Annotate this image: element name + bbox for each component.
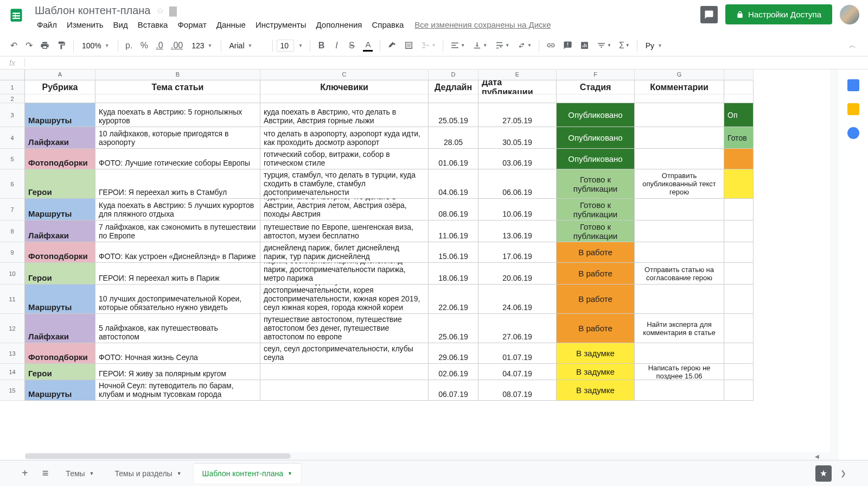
row-header-8[interactable]: 8	[0, 220, 25, 242]
chart-button[interactable]	[577, 39, 592, 52]
keywords-cell[interactable]: париж, бесплатный париж, диснейлэнд пари…	[260, 263, 429, 285]
comment-cell[interactable]	[635, 199, 724, 220]
add-sheet-button[interactable]: +	[16, 464, 34, 483]
cell[interactable]	[429, 94, 478, 103]
stage-cell[interactable]: Опубликовано	[557, 149, 635, 169]
row-header-6[interactable]: 6	[0, 169, 25, 199]
stage-cell[interactable]: Готово к публикации	[557, 169, 635, 199]
rubric-cell[interactable]: Лайфхаки	[25, 314, 95, 343]
collapse-toolbar-button[interactable]: ︿	[844, 39, 861, 53]
save-status[interactable]: Все изменения сохранены на Диске	[414, 20, 551, 29]
topic-cell[interactable]: Куда поехать в Австрию: 5 горнолыжных ку…	[95, 103, 260, 127]
menu-справка[interactable]: Справка	[367, 18, 408, 31]
rubric-cell[interactable]: Маршруты	[25, 380, 95, 401]
text-color-button[interactable]: A	[360, 37, 376, 54]
row-header-12[interactable]: 12	[0, 314, 25, 343]
font-size-select[interactable]: 10	[277, 40, 294, 52]
row-header-9[interactable]: 9	[0, 242, 25, 263]
col-header-B[interactable]: B	[95, 70, 260, 80]
corner-cell[interactable]	[0, 70, 25, 80]
topic-cell[interactable]: 10 лучших достопримечательной Кореи, кот…	[95, 285, 260, 314]
cell[interactable]	[557, 94, 635, 103]
functions-button[interactable]: Σ▼	[616, 39, 633, 53]
pubdate-cell[interactable]: 10.06.19	[478, 199, 557, 220]
keywords-cell[interactable]: путешествие по Европе, шенгенская виза, …	[260, 220, 429, 242]
cell[interactable]	[635, 94, 724, 103]
rubric-cell[interactable]: Герои	[25, 364, 95, 380]
extra-cell[interactable]	[724, 199, 754, 220]
rubric-cell[interactable]: Фотоподборки	[25, 343, 95, 364]
col-header-C[interactable]: C	[260, 70, 429, 80]
pubdate-cell[interactable]: 20.06.19	[478, 263, 557, 285]
row-header-3[interactable]: 3	[0, 103, 25, 127]
pubdate-cell[interactable]: 24.06.19	[478, 285, 557, 314]
comment-cell[interactable]	[635, 380, 724, 401]
menu-вставка[interactable]: Вставка	[133, 18, 173, 31]
extra-cell[interactable]: Оп	[724, 103, 754, 127]
comment-cell[interactable]	[635, 149, 724, 169]
keywords-cell[interactable]: куда поехать в Австрию, что делать в Авс…	[260, 103, 429, 127]
comment-cell[interactable]: Отправить опубликованный текст герою	[635, 169, 724, 199]
star-icon[interactable]: ☆	[156, 5, 164, 16]
deadline-cell[interactable]: 11.06.19	[429, 220, 478, 242]
extra-cell[interactable]	[724, 314, 754, 343]
topic-cell[interactable]: Ночной Сеул: путеводитель по барам, клуб…	[95, 380, 260, 401]
cell[interactable]	[478, 94, 557, 103]
pubdate-cell[interactable]: 27.05.19	[478, 103, 557, 127]
pubdate-cell[interactable]: 08.07.19	[478, 380, 557, 401]
extra-cell[interactable]	[724, 380, 754, 401]
rubric-cell[interactable]: Фотоподборки	[25, 149, 95, 169]
pubdate-cell[interactable]: 03.06.19	[478, 149, 557, 169]
rubric-cell[interactable]: Фотоподборки	[25, 242, 95, 263]
strike-button[interactable]: S	[344, 39, 359, 53]
keywords-cell[interactable]	[260, 364, 429, 380]
rubric-cell[interactable]: Маршруты	[25, 103, 95, 127]
paint-format-button[interactable]	[54, 39, 69, 52]
fill-color-button[interactable]	[384, 39, 400, 52]
col-header-D[interactable]: D	[429, 70, 478, 80]
deadline-cell[interactable]: 02.06.19	[429, 364, 478, 380]
pubdate-cell[interactable]: 04.07.19	[478, 364, 557, 380]
deadline-cell[interactable]: 01.06.19	[429, 149, 478, 169]
valign-button[interactable]: ▼	[469, 39, 490, 52]
extra-cell[interactable]	[724, 343, 754, 364]
comment-cell[interactable]	[635, 343, 724, 364]
cell[interactable]	[260, 94, 429, 103]
horizontal-scrollbar[interactable]: ◀ ▶	[25, 452, 838, 460]
deadline-cell[interactable]: 25.05.19	[429, 103, 478, 127]
cell[interactable]	[25, 94, 95, 103]
spreadsheet-grid[interactable]: ABCDEFG1РубрикаТема статьиКлючевикиДедла…	[0, 70, 838, 401]
stage-cell[interactable]: Готово к публикации	[557, 220, 635, 242]
col-header-F[interactable]: F	[557, 70, 635, 80]
stage-cell[interactable]: Опубликовано	[557, 103, 635, 127]
deadline-cell[interactable]: 04.06.19	[429, 169, 478, 199]
percent-button[interactable]: %	[137, 39, 151, 53]
extra-cell[interactable]	[724, 285, 754, 314]
rubric-cell[interactable]: Маршруты	[25, 199, 95, 220]
row-header-13[interactable]: 13	[0, 343, 25, 364]
keywords-cell[interactable]: турция, стамбул, что делать в турции, ку…	[260, 169, 429, 199]
row-header-5[interactable]: 5	[0, 149, 25, 169]
halign-button[interactable]: ▼	[447, 39, 468, 52]
keywords-cell[interactable]: сеул, сеул достопримечательности, клубы …	[260, 343, 429, 364]
menu-дополнения[interactable]: Дополнения	[312, 18, 367, 31]
all-sheets-button[interactable]: ≡	[37, 464, 54, 483]
filter-button[interactable]: ▼	[593, 39, 615, 52]
topic-cell[interactable]: ФОТО: Лучшие готические соборы Европы	[95, 149, 260, 169]
link-button[interactable]	[543, 39, 559, 52]
sheet-tab[interactable]: Шаблон контент-плана▼	[194, 464, 301, 483]
comment-cell[interactable]	[635, 285, 724, 314]
share-button[interactable]: Настройки Доступа	[725, 4, 832, 24]
comment-cell[interactable]	[635, 127, 724, 149]
stage-cell[interactable]: В работе	[557, 314, 635, 343]
comment-cell[interactable]: Написать герою не позднее 15.06	[635, 364, 724, 380]
extra-cell[interactable]	[724, 220, 754, 242]
bold-button[interactable]: B	[314, 39, 328, 53]
keywords-cell[interactable]: путешествие автостопом, путешествие авто…	[260, 314, 429, 343]
currency-button[interactable]: р.	[122, 39, 136, 53]
zoom-select[interactable]: 100%▼	[78, 40, 114, 52]
input-lang-select[interactable]: Ру▼	[641, 40, 667, 52]
merge-button[interactable]: ▼	[418, 39, 439, 52]
number-format-select[interactable]: 123▼	[187, 40, 216, 52]
deadline-cell[interactable]: 28.05	[429, 127, 478, 149]
